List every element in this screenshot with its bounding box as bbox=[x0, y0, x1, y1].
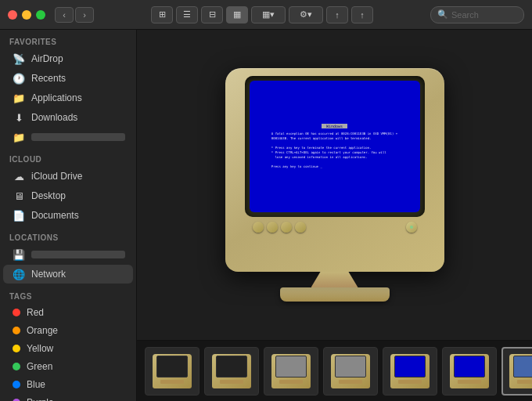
device-label bbox=[31, 251, 125, 258]
favorites-section-label: Favorites bbox=[0, 30, 136, 49]
monitor-btn-4[interactable] bbox=[295, 222, 306, 233]
desktop-label: Desktop bbox=[31, 190, 125, 201]
monitor-btn-1[interactable] bbox=[253, 222, 264, 233]
thumbnail-7[interactable] bbox=[501, 347, 532, 396]
thumb-base-3 bbox=[279, 380, 303, 384]
thumbnail-5[interactable] bbox=[383, 347, 437, 396]
thumb-screen-6 bbox=[454, 356, 485, 378]
sidebar-item-tag-yellow[interactable]: Yellow bbox=[3, 340, 133, 357]
thumb-screen-3 bbox=[275, 356, 307, 378]
sidebar-item-tag-red[interactable]: Red bbox=[3, 304, 133, 321]
monitor-neck bbox=[311, 272, 358, 287]
sidebar-item-documents[interactable]: 📄 Documents bbox=[3, 206, 133, 225]
settings-button[interactable]: ⚙▾ bbox=[289, 6, 323, 23]
traffic-lights bbox=[8, 10, 45, 20]
monitor-bottom bbox=[245, 222, 425, 233]
thumb-monitor-1 bbox=[153, 354, 192, 388]
minimize-button[interactable] bbox=[22, 10, 31, 20]
power-led bbox=[410, 226, 413, 229]
maximize-button[interactable] bbox=[36, 10, 45, 20]
network-icon: 🌐 bbox=[13, 268, 25, 280]
crt-monitor: Windows A fatal exception 0E has occurre… bbox=[225, 68, 444, 272]
applications-icon: 📁 bbox=[13, 92, 25, 104]
thumbnail-4[interactable] bbox=[323, 347, 378, 396]
monitor-base bbox=[280, 287, 390, 302]
screen-bezel: Windows A fatal exception 0E has occurre… bbox=[245, 76, 425, 217]
tag-green-dot bbox=[13, 363, 20, 370]
thumb-monitor-6 bbox=[450, 354, 489, 388]
folder-icon: 📁 bbox=[13, 131, 25, 143]
tags-section-label: Tags bbox=[0, 284, 136, 303]
toolbar-right: 🔍 Search bbox=[430, 6, 524, 23]
nav-buttons: ‹ › bbox=[55, 7, 94, 23]
sidebar-item-tag-blue[interactable]: Blue bbox=[3, 376, 133, 393]
view-icon-button[interactable]: ⊞ bbox=[151, 6, 173, 23]
sidebar-item-network[interactable]: 🌐 Network bbox=[3, 265, 133, 284]
monitor-screen: Windows A fatal exception 0E has occurre… bbox=[250, 81, 420, 212]
thumb-base-6 bbox=[458, 380, 481, 384]
sidebar-item-icloud-drive[interactable]: ☁ iCloud Drive bbox=[3, 167, 133, 186]
thumbnail-1[interactable] bbox=[145, 347, 200, 396]
sidebar-item-applications[interactable]: 📁 Applications bbox=[3, 89, 133, 107]
monitor-power-button[interactable] bbox=[406, 222, 417, 233]
search-placeholder: Search bbox=[451, 10, 479, 20]
thumb-screen-5 bbox=[394, 356, 426, 378]
sidebar-item-recents[interactable]: 🕐 Recents bbox=[3, 69, 133, 88]
thumb-screen-2 bbox=[216, 356, 247, 378]
forward-button[interactable]: › bbox=[75, 7, 94, 23]
monitor-btn-2[interactable] bbox=[267, 222, 278, 233]
main: Favorites 📡 AirDrop 🕐 Recents 📁 Applicat… bbox=[0, 30, 532, 401]
search-icon: 🔍 bbox=[437, 9, 448, 20]
filmstrip bbox=[137, 340, 532, 401]
close-button[interactable] bbox=[8, 10, 17, 20]
locations-section-label: Locations bbox=[0, 226, 136, 244]
gallery-view-button[interactable]: ▦ bbox=[226, 6, 248, 23]
search-bar[interactable]: 🔍 Search bbox=[430, 6, 524, 23]
sidebar-item-device[interactable]: 💾 bbox=[3, 245, 133, 264]
share-button[interactable]: ↑ bbox=[326, 6, 348, 23]
thumb-monitor-4 bbox=[331, 354, 370, 388]
downloads-icon: ⬇ bbox=[13, 111, 25, 124]
titlebar: ‹ › ⊞ ☰ ⊟ ▦ ▦▾ ⚙▾ ↑ ↑ 🔍 Search bbox=[0, 0, 532, 30]
sidebar-item-airdrop[interactable]: 📡 AirDrop bbox=[3, 49, 133, 68]
thumb-screen-7 bbox=[513, 356, 532, 378]
sidebar-item-desktop[interactable]: 🖥 Desktop bbox=[3, 186, 133, 205]
thumb-screen-1 bbox=[156, 356, 188, 378]
sidebar-item-downloads[interactable]: ⬇ Downloads bbox=[3, 108, 133, 127]
column-view-button[interactable]: ⊟ bbox=[201, 6, 223, 23]
airdrop-icon: 📡 bbox=[13, 52, 25, 65]
recents-icon: 🕐 bbox=[13, 72, 25, 85]
monitor-container: Windows A fatal exception 0E has occurre… bbox=[225, 68, 444, 302]
sidebar-item-hidden1[interactable]: 📁 bbox=[3, 128, 133, 146]
sidebar-item-tag-orange[interactable]: Orange bbox=[3, 322, 133, 339]
sidebar-item-tag-green[interactable]: Green bbox=[3, 358, 133, 375]
action-button[interactable]: ↑ bbox=[351, 6, 373, 23]
list-view-button[interactable]: ☰ bbox=[176, 6, 198, 23]
tag-orange-label: Orange bbox=[27, 325, 125, 336]
thumb-base-4 bbox=[339, 380, 362, 384]
thumb-monitor-2 bbox=[212, 354, 251, 388]
tag-blue-label: Blue bbox=[27, 379, 125, 390]
thumbnail-6[interactable] bbox=[442, 347, 497, 396]
monitor-buttons bbox=[253, 222, 306, 233]
tag-orange-dot bbox=[13, 327, 20, 334]
tag-blue-dot bbox=[13, 381, 20, 388]
recents-label: Recents bbox=[31, 73, 125, 84]
thumbnail-3[interactable] bbox=[264, 347, 318, 396]
tag-yellow-dot bbox=[13, 345, 20, 352]
monitor-btn-3[interactable] bbox=[281, 222, 292, 233]
thumb-base-1 bbox=[160, 380, 184, 384]
cover-flow-button[interactable]: ▦▾ bbox=[251, 6, 286, 23]
preview-area: Windows A fatal exception 0E has occurre… bbox=[137, 30, 532, 340]
hidden-label-1 bbox=[31, 133, 125, 141]
documents-icon: 📄 bbox=[13, 209, 25, 222]
applications-label: Applications bbox=[31, 92, 125, 103]
tag-red-dot bbox=[13, 309, 20, 316]
device-icon: 💾 bbox=[13, 248, 25, 261]
bsod-content: Windows A fatal exception 0E has occurre… bbox=[265, 117, 404, 175]
back-button[interactable]: ‹ bbox=[55, 7, 74, 23]
thumb-base-7 bbox=[517, 380, 532, 384]
thumbnail-2[interactable] bbox=[204, 347, 259, 396]
sidebar-item-tag-purple[interactable]: Purple bbox=[3, 394, 133, 401]
thumb-monitor-3 bbox=[271, 354, 311, 388]
